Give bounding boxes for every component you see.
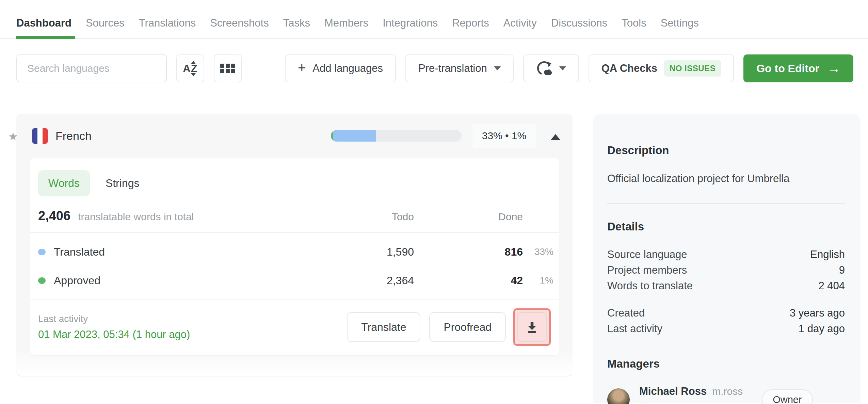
stats-header-row: 2,406 translatable words in total Todo D…: [30, 207, 559, 232]
description-title: Description: [607, 144, 845, 157]
add-languages-button[interactable]: + Add languages: [285, 54, 396, 82]
detail-label: Project members: [607, 262, 687, 278]
detail-label: Words to translate: [607, 278, 693, 294]
done-value: 816: [414, 246, 523, 258]
description-text: Official localization project for Umbrel…: [607, 173, 845, 185]
tab-integrations[interactable]: Integrations: [375, 10, 445, 38]
tab-translations[interactable]: Translations: [132, 10, 203, 38]
tab-screenshots[interactable]: Screenshots: [203, 10, 276, 38]
add-languages-label: Add languages: [312, 62, 383, 75]
tab-sources[interactable]: Sources: [79, 10, 132, 38]
detail-value: 1 day ago: [799, 321, 845, 337]
download-button[interactable]: [517, 312, 547, 342]
search-languages-input[interactable]: [16, 54, 167, 82]
tab-dashboard[interactable]: Dashboard: [16, 10, 79, 38]
manager-name[interactable]: Michael Ross: [639, 385, 707, 398]
tab-tools[interactable]: Tools: [614, 10, 653, 38]
dashboard-content: ★ French 33% • 1% Words Strings 2,406: [0, 114, 868, 403]
project-sidebar: Description Official localization projec…: [593, 114, 861, 403]
cloud-sync-dropdown[interactable]: [523, 54, 579, 82]
pre-translation-dropdown[interactable]: Pre-translation: [405, 54, 514, 82]
tab-settings[interactable]: Settings: [654, 10, 706, 38]
grid-view-icon: [220, 64, 235, 73]
france-flag-icon: [32, 128, 48, 144]
language-row-french: French 33% • 1% Words Strings 2,406 tran…: [16, 114, 573, 376]
language-header[interactable]: French 33% • 1%: [16, 114, 573, 158]
languages-toolbar: AZ + Add languages Pre-translation QA Ch…: [0, 39, 868, 82]
qa-checks-label: QA Checks: [601, 62, 657, 75]
translate-button[interactable]: Translate: [347, 312, 420, 342]
detail-row-project-members: Project members 9: [607, 262, 845, 278]
proofread-button[interactable]: Proofread: [429, 312, 506, 342]
manager-contact-link[interactable]: Contact: [639, 402, 743, 404]
todo-value: 2,364: [302, 274, 414, 287]
download-icon: [526, 321, 539, 334]
table-row-translated: Translated 1,590 816 33%: [30, 238, 559, 266]
detail-value: English: [810, 247, 845, 262]
total-words-caption: translatable words in total: [78, 211, 302, 223]
detail-label: Source language: [607, 247, 687, 262]
detail-value: 9: [839, 262, 845, 278]
manager-list-item: Michael Ross m.ross Contact Owner: [607, 385, 845, 404]
column-header-done: Done: [414, 211, 523, 223]
detail-row-words-to-translate: Words to translate 2 404: [607, 278, 845, 294]
detail-label: Last activity: [607, 321, 662, 337]
last-activity-link[interactable]: 01 Mar 2023, 05:34 (1 hour ago): [38, 328, 338, 341]
details-title: Details: [607, 220, 845, 233]
language-name: French: [55, 129, 92, 143]
manager-username: m.ross: [712, 386, 743, 397]
row-label: Approved: [54, 274, 302, 287]
details-group-dates: Created 3 years ago Last activity 1 day …: [607, 305, 845, 337]
manager-avatar[interactable]: [607, 388, 630, 404]
qa-checks-button[interactable]: QA Checks NO ISSUES: [589, 54, 734, 82]
tab-tasks[interactable]: Tasks: [276, 10, 317, 38]
qa-status-badge: NO ISSUES: [664, 60, 721, 77]
last-activity-label: Last activity: [38, 313, 338, 324]
detail-label: Created: [607, 305, 645, 321]
approved-dot-icon: [38, 277, 46, 284]
card-footer: Last activity 01 Mar 2023, 05:34 (1 hour…: [30, 300, 559, 355]
cloud-sync-icon: [536, 61, 552, 76]
translated-dot-icon: [38, 249, 46, 255]
languages-list: ★ French 33% • 1% Words Strings 2,406: [16, 114, 573, 376]
az-sort-icon: AZ: [183, 63, 197, 74]
total-words-value: 2,406: [38, 209, 70, 223]
tab-discussions[interactable]: Discussions: [544, 10, 614, 38]
grid-view-button[interactable]: [214, 54, 242, 82]
go-to-editor-button[interactable]: Go to Editor →: [743, 54, 853, 82]
detail-row-source-language: Source language English: [607, 247, 845, 262]
progress-percent-badge: 33% • 1%: [472, 124, 536, 148]
last-activity-block: Last activity 01 Mar 2023, 05:34 (1 hour…: [38, 313, 338, 341]
manager-role-badge: Owner: [762, 389, 813, 404]
detail-row-created: Created 3 years ago: [607, 305, 845, 321]
language-stats-card: Words Strings 2,406 translatable words i…: [30, 158, 559, 355]
pre-translation-label: Pre-translation: [418, 62, 487, 75]
done-value: 42: [414, 274, 523, 287]
sidebar-divider: [607, 203, 845, 204]
stats-unit-tabs: Words Strings: [30, 158, 559, 207]
tab-strings[interactable]: Strings: [106, 177, 140, 190]
tab-words[interactable]: Words: [38, 170, 90, 196]
manager-info: Michael Ross m.ross Contact: [639, 385, 743, 404]
done-percent: 1%: [523, 275, 553, 286]
todo-value: 1,590: [302, 246, 414, 258]
detail-value: 3 years ago: [790, 305, 845, 321]
table-row-approved: Approved 2,364 42 1%: [30, 266, 559, 295]
collapse-chevron-up-icon[interactable]: [551, 129, 560, 140]
column-header-todo: Todo: [302, 211, 414, 223]
detail-row-last-activity: Last activity 1 day ago: [607, 321, 845, 337]
go-to-editor-label: Go to Editor: [756, 62, 819, 75]
details-group: Source language English Project members …: [607, 247, 845, 294]
tab-reports[interactable]: Reports: [445, 10, 496, 38]
row-label: Translated: [54, 246, 302, 258]
favorite-star-icon[interactable]: ★: [8, 130, 18, 143]
managers-title: Managers: [607, 357, 845, 370]
chevron-down-icon: [559, 66, 566, 74]
language-progress-bar: [331, 130, 462, 142]
project-tab-bar: Dashboard Sources Translations Screensho…: [0, 0, 868, 39]
detail-value: 2 404: [818, 278, 845, 294]
tab-members[interactable]: Members: [317, 10, 375, 38]
tab-activity[interactable]: Activity: [496, 10, 544, 38]
done-percent: 33%: [523, 246, 553, 257]
sort-alphabetical-button[interactable]: AZ: [176, 54, 204, 82]
